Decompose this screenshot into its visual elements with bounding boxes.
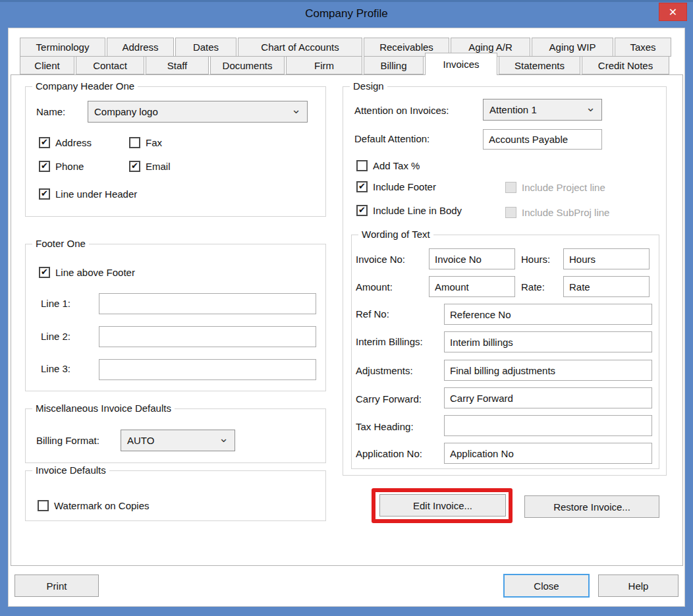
group-design-legend: Design: [350, 80, 387, 92]
line3-label: Line 3:: [41, 362, 70, 376]
checkbox-include-subproj-line-label: Include SubProj line: [522, 207, 609, 218]
tab-billing[interactable]: Billing: [364, 56, 424, 74]
checkbox-line-under-header-label: Line under Header: [55, 188, 137, 200]
checkbox-include-line-in-body-label: Include Line in Body: [373, 205, 462, 216]
line1-input[interactable]: [99, 293, 316, 314]
amount-label: Amount:: [356, 281, 393, 294]
checkbox-watermark-on-copies[interactable]: Watermark on Copies: [38, 499, 150, 512]
ref-no-input[interactable]: [444, 304, 652, 325]
group-invoice-defaults: Invoice Defaults: [25, 470, 326, 521]
tab-contact[interactable]: Contact: [76, 56, 144, 74]
checkbox-include-project-line-box: [505, 182, 516, 193]
checkbox-line-above-footer-label: Line above Footer: [55, 267, 135, 278]
checkbox-include-project-line-label: Include Project line: [522, 182, 605, 193]
checkbox-include-subproj-line: Include SubProj line: [505, 206, 609, 219]
checkmark-icon: ✔: [131, 161, 138, 170]
hours-input[interactable]: [563, 248, 650, 269]
checkbox-address-box: ✔: [39, 137, 50, 148]
restore-invoice-button[interactable]: Restore Invoice...: [524, 495, 659, 518]
header-name-dropdown-value: Company logo: [94, 106, 158, 117]
tab-credit-notes[interactable]: Credit Notes: [582, 56, 669, 74]
window-title: Company Profile: [305, 7, 388, 20]
window-titlebar: Company Profile: [0, 0, 693, 28]
attention-dropdown-value: Attention 1: [489, 104, 537, 115]
checkbox-include-footer-box: ✔: [356, 181, 368, 192]
tab-client[interactable]: Client: [20, 56, 74, 74]
checkbox-line-under-header[interactable]: ✔ Line under Header: [39, 187, 137, 200]
default-attention-label: Default Attention:: [354, 132, 430, 146]
checkbox-line-above-footer[interactable]: ✔ Line above Footer: [39, 266, 135, 279]
checkmark-icon: ✔: [41, 189, 48, 198]
checkbox-email-box: ✔: [129, 161, 140, 172]
checkbox-add-tax-label: Add Tax %: [373, 160, 420, 171]
checkmark-icon: ✔: [41, 138, 48, 146]
checkmark-icon: ✔: [358, 206, 366, 214]
checkbox-fax[interactable]: Fax: [129, 136, 162, 149]
billing-format-label: Billing Format:: [36, 434, 99, 447]
edit-invoice-button[interactable]: Edit Invoice...: [379, 494, 506, 517]
application-no-input[interactable]: [444, 443, 652, 464]
billing-format-dropdown[interactable]: AUTO ⌄: [121, 430, 235, 451]
checkbox-address-label: Address: [55, 137, 92, 148]
attention-on-invoices-label: Attention on Invoices:: [354, 104, 449, 117]
checkbox-include-footer[interactable]: ✔ Include Footer: [356, 180, 436, 193]
adjustments-label: Adjustments:: [356, 364, 413, 378]
chevron-down-icon: ⌄: [586, 101, 596, 113]
header-name-dropdown[interactable]: Company logo ⌄: [88, 101, 308, 123]
help-button[interactable]: Help: [598, 574, 679, 597]
checkmark-icon: ✔: [358, 182, 366, 190]
invoice-no-input[interactable]: [429, 248, 515, 269]
tax-heading-input[interactable]: [444, 415, 652, 436]
tab-invoices-active[interactable]: Invoices: [425, 53, 497, 75]
line3-input[interactable]: [99, 359, 316, 380]
name-label: Name:: [36, 105, 65, 119]
tab-documents[interactable]: Documents: [210, 56, 285, 74]
checkbox-address[interactable]: ✔ Address: [39, 136, 92, 149]
checkbox-email[interactable]: ✔ Email: [129, 159, 171, 173]
print-button[interactable]: Print: [14, 574, 99, 597]
amount-input[interactable]: [429, 276, 515, 297]
tax-heading-label: Tax Heading:: [356, 420, 414, 434]
group-misc-invoice-defaults-legend: Miscellaneous Invoice Defaults: [32, 403, 175, 414]
ref-no-label: Ref No:: [356, 308, 389, 321]
application-no-label: Application No:: [356, 447, 422, 461]
close-button[interactable]: Close: [503, 574, 590, 598]
checkbox-watermark-box: [38, 500, 49, 511]
checkbox-add-tax[interactable]: Add Tax %: [356, 159, 420, 172]
tab-firm[interactable]: Firm: [286, 56, 362, 74]
interim-billings-input[interactable]: [444, 331, 652, 352]
chevron-down-icon: ⌄: [219, 432, 229, 444]
line2-input[interactable]: [99, 326, 316, 347]
checkbox-phone-label: Phone: [55, 161, 84, 172]
billing-format-dropdown-value: AUTO: [127, 435, 154, 446]
checkbox-include-subproj-line-box: [505, 207, 516, 218]
checkbox-fax-box: [129, 137, 140, 148]
group-footer-one-legend: Footer One: [32, 238, 89, 249]
rate-label: Rate:: [521, 281, 545, 294]
attention-dropdown[interactable]: Attention 1 ⌄: [483, 99, 602, 121]
rate-input[interactable]: [563, 276, 650, 297]
default-attention-input[interactable]: [483, 129, 602, 150]
checkbox-email-label: Email: [146, 161, 171, 172]
line1-label: Line 1:: [41, 297, 70, 310]
tab-staff[interactable]: Staff: [146, 56, 209, 74]
checkmark-icon: ✔: [41, 161, 48, 170]
tab-strip-row2: Client Contact Staff Documents Firm Bill…: [20, 53, 669, 75]
tab-statements[interactable]: Statements: [499, 56, 580, 74]
group-company-header-one-legend: Company Header One: [32, 80, 138, 92]
close-icon: ✕: [669, 6, 677, 18]
carry-forward-input[interactable]: [444, 387, 652, 408]
carry-forward-label: Carry Forward:: [356, 393, 422, 406]
chevron-down-icon: ⌄: [291, 103, 301, 115]
checkbox-line-under-header-box: ✔: [39, 188, 50, 200]
checkbox-phone-box: ✔: [39, 161, 50, 172]
checkbox-add-tax-box: [356, 160, 368, 171]
group-invoice-defaults-legend: Invoice Defaults: [32, 464, 109, 476]
window-close-button[interactable]: ✕: [659, 3, 687, 21]
checkbox-phone[interactable]: ✔ Phone: [39, 159, 84, 173]
adjustments-input[interactable]: [444, 360, 652, 381]
checkbox-fax-label: Fax: [146, 137, 162, 148]
checkbox-include-project-line: Include Project line: [505, 181, 605, 194]
group-wording-of-text-legend: Wording of Text: [358, 229, 433, 240]
checkbox-include-line-in-body[interactable]: ✔ Include Line in Body: [356, 204, 462, 217]
